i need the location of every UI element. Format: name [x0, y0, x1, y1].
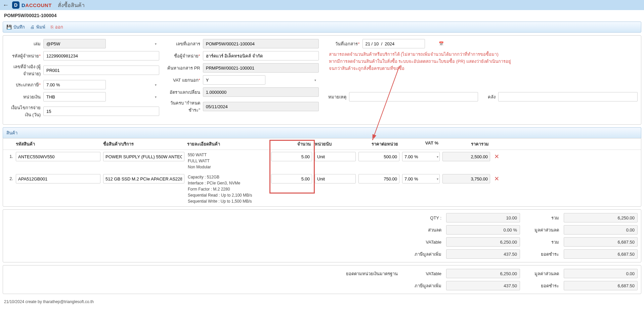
base-disc-val: 0.00 [564, 269, 638, 278]
supplier-name-field[interactable] [203, 51, 319, 60]
sum-val: 6,250.00 [564, 213, 638, 222]
exit-button[interactable]: ⎘ ออก [51, 24, 63, 31]
base-pay-val: 6,687.50 [564, 281, 638, 290]
warehouse-field[interactable] [498, 92, 638, 101]
item-unit-field[interactable] [315, 152, 356, 161]
item-detail: Capacity : 512GBInterface : PCIe Gen3, N… [186, 174, 270, 204]
credit-label: เงื่อนไขการจ่ายเงิน (วัน) [6, 104, 43, 118]
vat-type-field[interactable] [203, 75, 265, 85]
item-code-field[interactable] [16, 152, 100, 161]
book-field[interactable] [43, 39, 106, 48]
item-total-field [442, 174, 490, 183]
base-vatable-label: VATable [402, 271, 443, 276]
th-detail: รายละเอียดสินค้า [186, 140, 270, 148]
item-price-field[interactable] [358, 152, 399, 161]
item-unit-field[interactable] [315, 174, 356, 183]
table-header-row: รหัสสินค้า ชื่อสินค้า/บริการ รายละเอียดส… [3, 138, 641, 150]
base-currency-panel: ยอดตามหน่วยเงินมาตรฐาน VATable 6,250.00 … [3, 265, 641, 294]
net-label: รวม [523, 239, 560, 246]
date-field[interactable] [362, 39, 425, 48]
docno-field [203, 39, 319, 48]
exit-label: ออก [55, 24, 63, 31]
item-vat-field[interactable] [402, 174, 440, 183]
supplier-code-label: รหัสผู้จำหน่าย* [6, 52, 43, 59]
rate-field [203, 87, 319, 97]
items-section-header: สินค้า [3, 127, 641, 138]
items-table: รหัสสินค้า ชื่อสินค้า/บริการ รายละเอียดส… [3, 138, 641, 207]
base-vat-label: ภาษีมูลค่าเพิ่ม [402, 282, 443, 289]
th-vat: VAT % [401, 140, 441, 148]
item-name-field[interactable] [103, 152, 184, 161]
calendar-icon[interactable]: 📅 [439, 41, 444, 46]
tax-type-label: ประเภทภาษี* [6, 81, 43, 88]
vatable-label: VATable [402, 240, 443, 245]
disc-amt-label: มูลค่าส่วนลด [523, 226, 560, 234]
delete-row-button[interactable]: ✕ [491, 174, 502, 183]
logo-text: DACCOUNT [22, 2, 52, 8]
qty-total-val: 10.00 [446, 213, 520, 222]
exit-icon: ⎘ [51, 25, 53, 30]
item-name-field[interactable] [103, 174, 184, 183]
credit-field[interactable] [43, 107, 159, 116]
form-panel: เล่ม รหัสผู้จำหน่าย* เลขที่อ้างอิง (ผู้จ… [3, 35, 641, 125]
item-qty-field[interactable] [271, 152, 312, 161]
back-arrow-icon[interactable]: ← [3, 2, 9, 9]
item-price-field[interactable] [358, 174, 399, 183]
item-vat-field[interactable] [402, 152, 440, 161]
ref-field[interactable] [43, 66, 159, 75]
pay-val: 6,687.50 [564, 249, 638, 259]
pay-label: ยอดชำระ [523, 251, 560, 258]
tax-type-field[interactable] [43, 80, 106, 89]
save-button[interactable]: 💾 บันทึก [6, 24, 25, 31]
delete-row-button[interactable]: ✕ [491, 152, 502, 161]
base-vat-val: 437.50 [446, 281, 520, 290]
due-label: วันครบ "กำหนดชำระ" [166, 99, 203, 114]
pr-field[interactable] [203, 63, 319, 73]
date-label: วันที่เอกสาร* [326, 40, 362, 47]
print-label: พิมพ์ [36, 24, 45, 31]
sum-label: รวม [523, 214, 560, 221]
table-row: 1.550 WATTFULL WATTNon Modular✕ [3, 150, 641, 172]
book-label: เล่ม [6, 40, 43, 47]
doc-number-header: POMP5W/00021-100004 [0, 10, 644, 21]
due-field [203, 102, 319, 111]
remark-label: หมายเหตุ [326, 93, 349, 100]
supplier-code-field[interactable] [43, 51, 159, 60]
item-total-field [442, 152, 490, 161]
th-name: ชื่อสินค้า/บริการ [102, 140, 186, 148]
rate-label: อัตราแลกเปลี่ยน [166, 89, 203, 96]
print-icon: 🖨 [30, 25, 35, 30]
item-detail: 550 WATTFULL WATTNon Modular [186, 152, 270, 170]
warehouse-label: คลัง [485, 93, 498, 100]
remark-field[interactable] [349, 92, 478, 101]
print-button[interactable]: 🖨 พิมพ์ [30, 24, 45, 31]
supplier-name-label: ชื่อผู้จำหน่าย* [166, 52, 203, 59]
row-index: 1. [4, 152, 14, 159]
qty-total-label: QTY : [402, 215, 443, 220]
vat-label: ภาษีมูลค่าเพิ่ม [402, 251, 443, 258]
item-code-field[interactable] [16, 174, 100, 183]
th-price: ราคาต่อหน่วย [357, 140, 401, 148]
currency-field[interactable] [43, 92, 106, 101]
save-icon: 💾 [6, 25, 12, 30]
currency-label: หน่วยเงิน [6, 93, 43, 100]
vat-type-label: VAT แยกนอก* [166, 77, 203, 84]
note-line1: สามารถลดจำนวนสินค้าหรือบริการได้ (ไม่สาม… [329, 51, 638, 58]
vat-val: 437.50 [446, 249, 520, 259]
base-group-label: ยอดตามหน่วยเงินมาตรฐาน [345, 270, 399, 277]
logo-icon: D [12, 1, 19, 9]
net-val: 6,687.50 [564, 237, 638, 247]
ref-label: เลขที่อ้างอิง (ผู้จำหน่าย) [6, 63, 43, 77]
item-qty-field[interactable] [271, 174, 312, 183]
footer-created-by: 21/10/2024 create by tharathep@triangles… [0, 297, 644, 307]
base-vatable-val: 6,250.00 [446, 269, 520, 278]
th-total: ราคารวม [441, 140, 491, 148]
disc-amt-val: 0.00 [564, 225, 638, 235]
page-title: สั่งซื้อสินค้า [58, 1, 85, 9]
base-pay-label: ยอดชำระ [523, 282, 560, 289]
pr-label: ค้นหาเอกสาร PR [166, 65, 203, 72]
th-unit: หน่วยนับ [313, 140, 357, 148]
th-code: รหัสสินค้า [14, 140, 102, 148]
warning-note: สามารถลดจำนวนสินค้าหรือบริการได้ (ไม่สาม… [326, 51, 638, 72]
note-line3: จนกว่าสินค้าจะถูกสั่งซื้อครบตามที่ขอซื้อ [329, 65, 638, 72]
